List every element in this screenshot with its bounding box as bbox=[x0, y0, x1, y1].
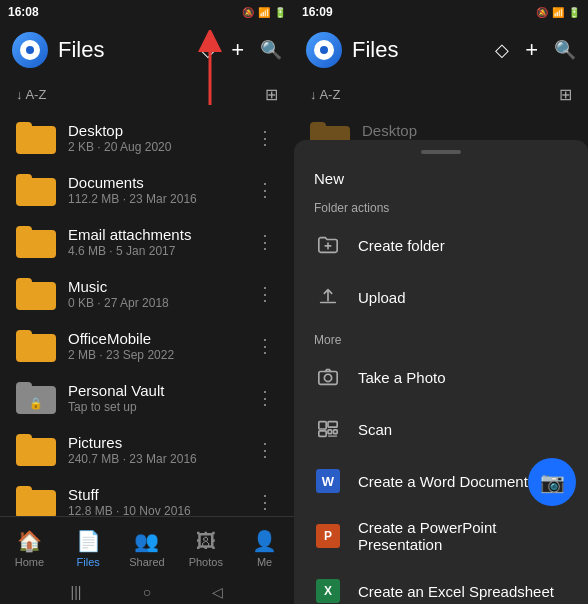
folder-icon bbox=[16, 122, 56, 154]
list-item[interactable]: Music 0 KB · 27 Apr 2018 ⋮ bbox=[0, 268, 294, 320]
nav-me-label: Me bbox=[257, 556, 272, 568]
file-info: Email attachments 4.6 MB · 5 Jan 2017 bbox=[68, 226, 240, 258]
upload-icon bbox=[314, 283, 342, 311]
nav-files[interactable]: 📄 Files bbox=[59, 529, 118, 568]
home-icon: 🏠 bbox=[17, 529, 42, 553]
wifi-icon: 📶 bbox=[258, 7, 270, 18]
add-button[interactable]: + bbox=[231, 37, 244, 63]
nav-home[interactable]: 🏠 Home bbox=[0, 529, 59, 568]
file-meta: 0 KB · 27 Apr 2018 bbox=[68, 296, 240, 310]
right-grid-view-icon[interactable]: ⊞ bbox=[559, 85, 572, 104]
file-meta: 12.8 MB · 10 Nov 2016 bbox=[68, 504, 240, 516]
svg-rect-5 bbox=[319, 431, 326, 437]
create-excel-item[interactable]: X Create an Excel Spreadsheet bbox=[294, 565, 588, 604]
file-meta: 240.7 MB · 23 Mar 2016 bbox=[68, 452, 240, 466]
more-options-button[interactable]: ⋮ bbox=[252, 487, 278, 516]
take-photo-label: Take a Photo bbox=[358, 369, 446, 386]
grid-view-icon[interactable]: ⊞ bbox=[265, 85, 278, 104]
file-info: Music 0 KB · 27 Apr 2018 bbox=[68, 278, 240, 310]
sheet-handle bbox=[421, 150, 461, 154]
nav-photos[interactable]: 🖼 Photos bbox=[176, 530, 235, 568]
svg-rect-7 bbox=[328, 430, 332, 434]
right-search-icon[interactable]: 🔍 bbox=[554, 39, 576, 61]
nav-shared-label: Shared bbox=[129, 556, 164, 568]
list-item[interactable]: OfficeMobile 2 MB · 23 Sep 2022 ⋮ bbox=[0, 320, 294, 372]
folder-icon bbox=[16, 434, 56, 466]
diamond-icon[interactable]: ◇ bbox=[201, 39, 215, 61]
file-info: Pictures 240.7 MB · 23 Mar 2016 bbox=[68, 434, 240, 466]
new-section-label: New bbox=[294, 162, 588, 191]
list-item[interactable]: Stuff 12.8 MB · 10 Nov 2016 ⋮ bbox=[0, 476, 294, 516]
left-file-list: Desktop 2 KB · 20 Aug 2020 ⋮ Documents 1… bbox=[0, 112, 294, 516]
nav-shared[interactable]: 👥 Shared bbox=[118, 529, 177, 568]
svg-rect-2 bbox=[319, 372, 337, 385]
file-meta: 2 KB · 20 Aug 2020 bbox=[68, 140, 240, 154]
list-item[interactable]: Pictures 240.7 MB · 23 Mar 2016 ⋮ bbox=[0, 424, 294, 476]
upload-item[interactable]: Upload bbox=[294, 271, 588, 323]
nav-photos-label: Photos bbox=[189, 556, 223, 568]
battery-icon: 🔋 bbox=[274, 7, 286, 18]
create-ppt-item[interactable]: P Create a PowerPoint Presentation bbox=[294, 507, 588, 565]
right-time: 16:09 bbox=[302, 5, 333, 19]
right-sort-label[interactable]: ↓ A-Z bbox=[310, 87, 340, 102]
list-item[interactable]: Documents 112.2 MB · 23 Mar 2016 ⋮ bbox=[0, 164, 294, 216]
right-battery-icon: 🔋 bbox=[568, 7, 580, 18]
file-name: OfficeMobile bbox=[68, 330, 240, 347]
right-panel: 16:09 🔕 📶 🔋 Files ◇ + 🔍 ↓ A-Z ⊞ bbox=[294, 0, 588, 604]
file-info: Documents 112.2 MB · 23 Mar 2016 bbox=[68, 174, 240, 206]
nav-home-label: Home bbox=[15, 556, 44, 568]
right-sort-bar: ↓ A-Z ⊞ bbox=[294, 76, 588, 112]
file-info: Stuff 12.8 MB · 10 Nov 2016 bbox=[68, 486, 240, 516]
more-options-button[interactable]: ⋮ bbox=[252, 279, 278, 309]
more-options-button[interactable]: ⋮ bbox=[252, 383, 278, 413]
create-ppt-label: Create a PowerPoint Presentation bbox=[358, 519, 568, 553]
right-status-bar: 16:09 🔕 📶 🔋 bbox=[294, 0, 588, 24]
more-options-button[interactable]: ⋮ bbox=[252, 175, 278, 205]
left-panel: 16:08 🔕 📶 🔋 Files ◇ + 🔍 ↓ A-Z bbox=[0, 0, 294, 604]
svg-rect-6 bbox=[328, 422, 337, 428]
gesture-circle-icon: ○ bbox=[143, 584, 151, 600]
folder-icon bbox=[16, 278, 56, 310]
nav-me[interactable]: 👤 Me bbox=[235, 529, 294, 568]
camera-fab-button[interactable]: 📷 bbox=[528, 458, 576, 506]
upload-label: Upload bbox=[358, 289, 406, 306]
file-name: Pictures bbox=[68, 434, 240, 451]
file-meta: Tap to set up bbox=[68, 400, 240, 414]
file-name: Desktop bbox=[68, 122, 240, 139]
create-excel-label: Create an Excel Spreadsheet bbox=[358, 583, 554, 600]
folder-icon bbox=[16, 174, 56, 206]
create-word-label: Create a Word Document bbox=[358, 473, 528, 490]
scan-item[interactable]: Scan bbox=[294, 403, 588, 455]
list-item[interactable]: 🔒 Personal Vault Tap to set up ⋮ bbox=[0, 372, 294, 424]
list-item[interactable]: Desktop 2 KB · 20 Aug 2020 ⋮ bbox=[0, 112, 294, 164]
scan-label: Scan bbox=[358, 421, 392, 438]
shared-icon: 👥 bbox=[134, 529, 159, 553]
right-diamond-icon[interactable]: ◇ bbox=[495, 39, 509, 61]
search-icon[interactable]: 🔍 bbox=[260, 39, 282, 61]
folder-icon bbox=[16, 226, 56, 258]
more-options-button[interactable]: ⋮ bbox=[252, 227, 278, 257]
list-item[interactable]: Email attachments 4.6 MB · 5 Jan 2017 ⋮ bbox=[0, 216, 294, 268]
right-app-header: Files ◇ + 🔍 bbox=[294, 24, 588, 76]
create-folder-icon bbox=[314, 231, 342, 259]
take-photo-item[interactable]: Take a Photo bbox=[294, 351, 588, 403]
excel-icon: X bbox=[314, 577, 342, 604]
camera-icon bbox=[314, 363, 342, 391]
scan-icon bbox=[314, 415, 342, 443]
more-options-button[interactable]: ⋮ bbox=[252, 435, 278, 465]
file-name: Desktop bbox=[362, 122, 572, 139]
right-app-title: Files bbox=[352, 37, 485, 63]
file-name: Personal Vault bbox=[68, 382, 240, 399]
sort-label[interactable]: ↓ A-Z bbox=[16, 87, 46, 102]
gesture-lines-icon: ||| bbox=[71, 584, 82, 600]
left-sort-bar: ↓ A-Z ⊞ bbox=[0, 76, 294, 112]
gesture-back-icon: ◁ bbox=[212, 584, 223, 600]
svg-point-3 bbox=[324, 374, 331, 381]
right-add-button[interactable]: + bbox=[525, 37, 538, 63]
more-options-button[interactable]: ⋮ bbox=[252, 123, 278, 153]
photos-icon: 🖼 bbox=[196, 530, 216, 553]
vault-lock-icon: 🔒 bbox=[29, 397, 43, 410]
create-folder-item[interactable]: Create folder bbox=[294, 219, 588, 271]
more-options-button[interactable]: ⋮ bbox=[252, 331, 278, 361]
file-info: Desktop 2 KB · 20 Aug 2020 bbox=[68, 122, 240, 154]
